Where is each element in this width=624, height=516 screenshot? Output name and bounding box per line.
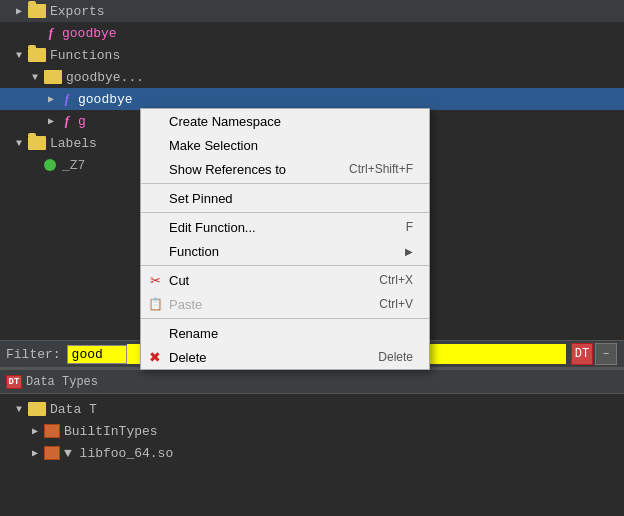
tree-item-builtins[interactable]: BuiltInTypes <box>0 420 624 442</box>
arrow-icon <box>16 404 28 415</box>
tree-label: g <box>78 114 86 129</box>
menu-separator-2 <box>141 212 429 213</box>
tree-label: BuiltInTypes <box>64 424 158 439</box>
filter-label: Filter: <box>6 347 61 362</box>
tree-item-goodbye-func[interactable]: f goodbye <box>0 22 624 44</box>
menu-item-edit-function[interactable]: Edit Function... F <box>141 215 429 239</box>
tree-item-goodbye-selected[interactable]: f goodbye <box>0 88 624 110</box>
menu-item-label: Set Pinned <box>169 191 233 206</box>
bottom-section: DT Data Types Data T BuiltInTypes <box>0 368 624 516</box>
data-type-tree: Data T BuiltInTypes ▼ libfoo_64.so <box>0 394 624 468</box>
tree-item-functions[interactable]: Functions <box>0 44 624 66</box>
menu-separator-3 <box>141 265 429 266</box>
menu-item-cut[interactable]: ✂ Cut Ctrl+X <box>141 268 429 292</box>
menu-item-function-submenu[interactable]: Function ▶ <box>141 239 429 263</box>
arrow-icon <box>32 72 44 83</box>
menu-item-label: Make Selection <box>169 138 258 153</box>
menu-item-rename[interactable]: Rename <box>141 321 429 345</box>
func-icon-blue: f <box>60 92 74 106</box>
submenu-arrow-icon: ▶ <box>405 246 413 257</box>
main-panel: Exports f goodbye Functions goodbye... f… <box>0 0 624 516</box>
tree-label: Exports <box>50 4 105 19</box>
menu-item-label: Paste <box>169 297 202 312</box>
filter-input[interactable] <box>67 345 127 364</box>
menu-item-set-pinned[interactable]: Set Pinned <box>141 186 429 210</box>
folder-icon <box>28 4 46 18</box>
tree-label: Labels <box>50 136 97 151</box>
tree-label: goodbye... <box>66 70 144 85</box>
menu-shortcut: Delete <box>378 350 413 364</box>
delete-icon: ✖ <box>147 349 163 365</box>
menu-item-delete[interactable]: ✖ Delete Delete <box>141 345 429 369</box>
tree-item-exports[interactable]: Exports <box>0 0 624 22</box>
menu-shortcut: Ctrl+Shift+F <box>349 162 413 176</box>
tree-label: goodbye <box>62 26 117 41</box>
menu-separator-1 <box>141 183 429 184</box>
section-header: DT Data Types <box>0 370 624 394</box>
cut-icon: ✂ <box>147 272 163 288</box>
tree-item-goodbye-ns[interactable]: goodbye... <box>0 66 624 88</box>
menu-separator-4 <box>141 318 429 319</box>
menu-shortcut: Ctrl+X <box>379 273 413 287</box>
section-header-icon: DT <box>6 375 22 389</box>
arrow-icon <box>32 447 44 459</box>
menu-item-label: Create Namespace <box>169 114 281 129</box>
context-menu: Create Namespace Make Selection Show Ref… <box>140 108 430 370</box>
menu-item-label: Delete <box>169 350 207 365</box>
tree-label: _Z7 <box>62 158 85 173</box>
book-button[interactable]: DT <box>571 343 593 365</box>
tree-label: Data T <box>50 402 97 417</box>
menu-item-label: Show References to <box>169 162 286 177</box>
menu-item-label: Cut <box>169 273 189 288</box>
menu-item-show-references[interactable]: Show References to Ctrl+Shift+F <box>141 157 429 181</box>
arrow-icon <box>32 425 44 437</box>
menu-shortcut: Ctrl+V <box>379 297 413 311</box>
tree-label: ▼ libfoo_64.so <box>64 446 173 461</box>
menu-shortcut: F <box>406 220 413 234</box>
folder-icon <box>28 48 46 62</box>
folder-icon <box>28 136 46 150</box>
menu-item-label: Rename <box>169 326 218 341</box>
menu-item-paste[interactable]: 📋 Paste Ctrl+V <box>141 292 429 316</box>
arrow-icon <box>16 50 28 61</box>
arrow-icon <box>16 138 28 149</box>
paste-icon: 📋 <box>147 296 163 312</box>
section-header-label: Data Types <box>26 375 98 389</box>
menu-item-create-namespace[interactable]: Create Namespace <box>141 109 429 133</box>
arrow-icon <box>16 5 28 17</box>
func-icon: f <box>60 114 74 128</box>
tree-item-data-types[interactable]: Data T <box>0 398 624 420</box>
menu-item-make-selection[interactable]: Make Selection <box>141 133 429 157</box>
func-icon: f <box>44 26 58 40</box>
tree-label: Functions <box>50 48 120 63</box>
minus-button[interactable]: − <box>595 343 617 365</box>
arrow-icon <box>48 93 60 105</box>
menu-item-label: Function <box>169 244 219 259</box>
arrow-icon <box>48 115 60 127</box>
menu-item-label: Edit Function... <box>169 220 256 235</box>
tree-label: goodbye <box>78 92 133 107</box>
tree-item-libfoo[interactable]: ▼ libfoo_64.so <box>0 442 624 464</box>
